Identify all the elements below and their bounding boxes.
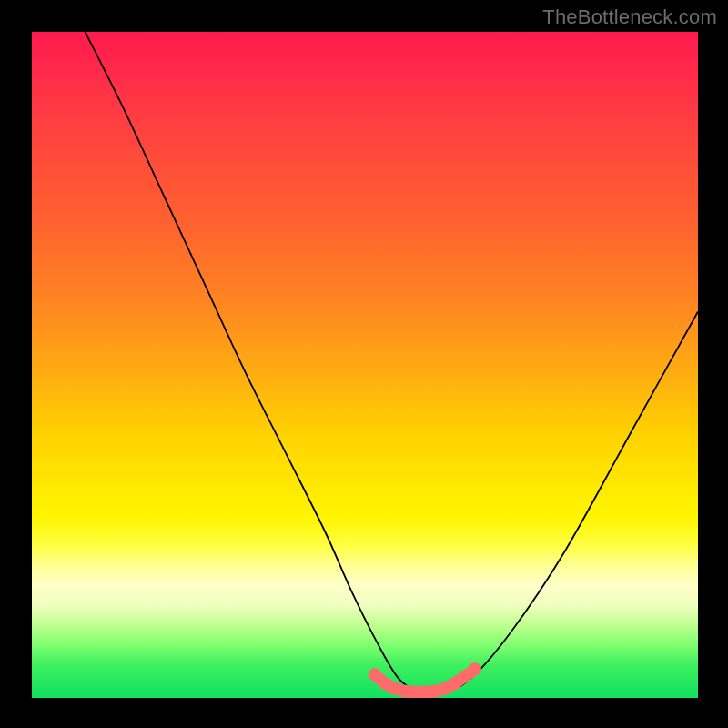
bottom-marker-dot [369, 668, 381, 681]
chart-svg [32, 32, 698, 698]
main-curve [86, 32, 698, 693]
bottom-marker-series [369, 662, 481, 698]
bottom-marker-dot [469, 662, 481, 675]
watermark-text: TheBottleneck.com [542, 5, 717, 29]
chart-plot-area [32, 32, 698, 698]
